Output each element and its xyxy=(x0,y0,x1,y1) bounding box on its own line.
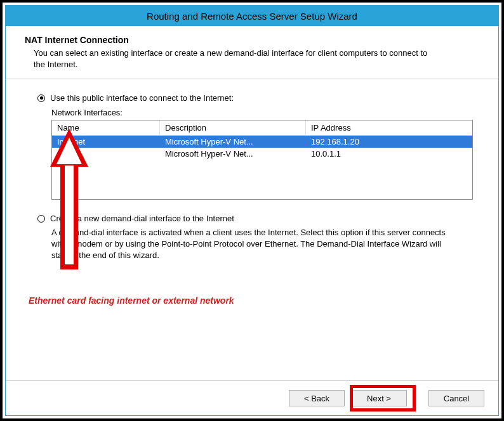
cell-ip: 10.0.1.1 xyxy=(306,148,472,160)
cell-description: Microsoft Hyper-V Net... xyxy=(160,136,306,148)
option-demand-dial-description: A demand-dial interface is activated whe… xyxy=(51,227,458,262)
screenshot-frame: Routing and Remote Access Server Setup W… xyxy=(0,0,504,421)
wizard-footer: < Back Next > Cancel xyxy=(6,380,498,415)
titlebar[interactable]: Routing and Remote Access Server Setup W… xyxy=(6,6,498,26)
table-body: Internet Microsoft Hyper-V Net... 192.16… xyxy=(52,136,472,199)
wizard-body: Use this public interface to connect to … xyxy=(6,79,498,380)
back-button[interactable]: < Back xyxy=(289,390,345,406)
cell-ip: 192.168.1.20 xyxy=(306,136,472,148)
cancel-button[interactable]: Cancel xyxy=(428,390,484,406)
annotation-text: Ethernet card facing internet or externa… xyxy=(29,295,244,306)
table-row[interactable]: Internet Microsoft Hyper-V Net... 192.16… xyxy=(52,136,472,148)
wizard-window: Routing and Remote Access Server Setup W… xyxy=(5,5,499,416)
network-interfaces-label: Network Interfaces: xyxy=(51,108,473,117)
radio-public-interface[interactable] xyxy=(37,94,45,102)
option-public-interface-label: Use this public interface to connect to … xyxy=(50,93,234,103)
table-header: Name Description IP Address xyxy=(52,120,472,136)
option-demand-dial-section: Create a new demand-dial interface to th… xyxy=(37,214,473,262)
cell-name: LAN xyxy=(52,148,160,160)
cell-description: Microsoft Hyper-V Net... xyxy=(160,148,306,160)
page-description: You can select an existing interface or … xyxy=(34,48,440,70)
option-public-interface[interactable]: Use this public interface to connect to … xyxy=(37,93,473,103)
option-demand-dial-label: Create a new demand-dial interface to th… xyxy=(50,214,234,223)
wizard-header: NAT Internet Connection You can select a… xyxy=(6,26,498,79)
col-header-name[interactable]: Name xyxy=(52,120,160,135)
radio-demand-dial[interactable] xyxy=(37,215,45,223)
table-row[interactable]: LAN Microsoft Hyper-V Net... 10.0.1.1 xyxy=(52,148,472,160)
network-interfaces-table[interactable]: Name Description IP Address Internet Mic… xyxy=(51,120,473,200)
col-header-ip[interactable]: IP Address xyxy=(306,120,472,135)
window-title: Routing and Remote Access Server Setup W… xyxy=(147,11,357,22)
cell-name: Internet xyxy=(52,136,160,148)
page-title: NAT Internet Connection xyxy=(25,35,479,45)
option-demand-dial[interactable]: Create a new demand-dial interface to th… xyxy=(37,214,473,223)
col-header-description[interactable]: Description xyxy=(160,120,306,135)
next-button[interactable]: Next > xyxy=(351,390,407,406)
